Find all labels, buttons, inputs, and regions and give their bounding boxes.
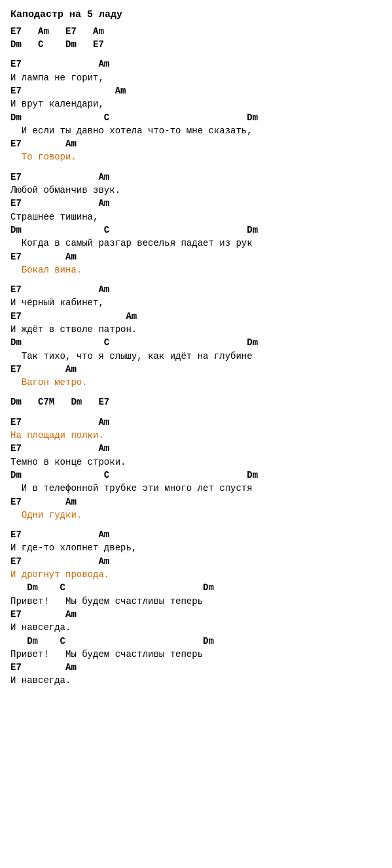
chord-line: Dm C Dm: [10, 635, 382, 648]
lyric-line: Любой обманчив звук.: [10, 184, 382, 197]
chord-line: E7 Am: [10, 137, 382, 150]
lyric-line: И ждёт в стволе патрон.: [10, 323, 382, 336]
chord-line: E7 Am: [10, 171, 382, 184]
chord-line: E7 Am: [10, 84, 382, 97]
chord-line: Dm C7M Dm E7: [10, 395, 382, 409]
chord-line: Dm C Dm: [10, 469, 382, 482]
chord-line: E7 Am: [10, 608, 382, 621]
spacer-line: [10, 164, 382, 171]
chord-line: E7 Am: [10, 528, 382, 541]
lyric-line: Темно в конце строки.: [10, 456, 382, 469]
lyric-line: Одни гудки.: [10, 509, 382, 522]
chord-line: Dm C Dm: [10, 111, 382, 124]
lyric-line: И где-то хлопнет дверь,: [10, 541, 382, 554]
chord-line: E7 Am: [10, 363, 382, 376]
lyric-line: Когда в самый разгар веселья падает из р…: [10, 237, 382, 250]
lyric-line: И навсегда.: [10, 621, 382, 634]
spacer-line: [10, 409, 382, 416]
lyric-line: И дрогнут провода.: [10, 568, 382, 581]
chord-line: E7 Am: [10, 197, 382, 210]
lyric-line: Бокал вина.: [10, 263, 382, 276]
chord-line: Dm C Dm: [10, 224, 382, 237]
chord-line: E7 Am: [10, 442, 382, 455]
song-content: Каподастр на 5 ладуE7 Am E7 AmDm C Dm E7…: [10, 8, 382, 688]
spacer-line: [10, 276, 382, 283]
lyric-line: То говори.: [10, 150, 382, 163]
spacer-line: [10, 51, 382, 58]
chord-line: Dm C Dm E7: [10, 38, 382, 51]
lyric-line: И чёрный кабинет,: [10, 296, 382, 309]
lyric-line: Привет! Мы будем счастливы теперь: [10, 648, 382, 661]
spacer-line: [10, 522, 382, 528]
lyric-line: Вагон метро.: [10, 376, 382, 389]
chord-line: E7 Am: [10, 283, 382, 296]
chord-line: E7 Am: [10, 416, 382, 429]
chord-line: Dm C Dm: [10, 581, 382, 594]
chord-line: E7 Am: [10, 58, 382, 71]
lyric-line: Привет! Мы будем счастливы теперь: [10, 595, 382, 608]
lyric-line: И врут календари,: [10, 97, 382, 110]
lyric-line: И навсегда.: [10, 674, 382, 687]
lyric-line: И в телефонной трубке эти много лет спус…: [10, 482, 382, 495]
lyric-line: И лампа не горит,: [10, 71, 382, 84]
lyric-line: На площади полки.: [10, 429, 382, 442]
chord-line: E7 Am: [10, 495, 382, 509]
lyric-line: И если ты давно хотела что-то мне сказат…: [10, 124, 382, 137]
spacer-line: [10, 389, 382, 395]
chord-line: E7 Am: [10, 310, 382, 323]
lyric-line: Так тихо, что я слышу, как идёт на глуби…: [10, 350, 382, 363]
chord-line: E7 Am: [10, 661, 382, 674]
chord-line: E7 Am: [10, 250, 382, 263]
chord-line: E7 Am: [10, 555, 382, 568]
lyric-line: Страшнее тишина,: [10, 210, 382, 224]
song-title: Каподастр на 5 ладу: [10, 8, 382, 22]
chord-line: Dm C Dm: [10, 336, 382, 349]
chord-line: E7 Am E7 Am: [10, 25, 382, 38]
